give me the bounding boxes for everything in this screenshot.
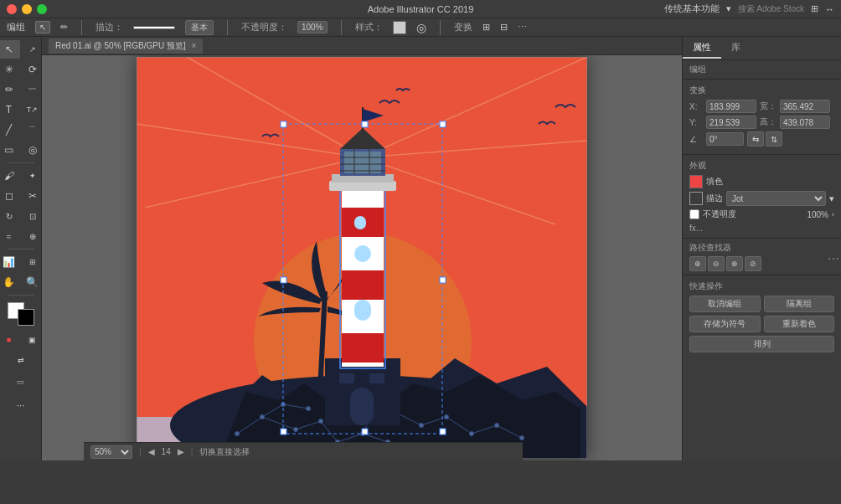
opacity-value[interactable]: 100%: [297, 21, 328, 33]
main-area: ↖ ↗ ✳ ⟳ ✏ 〰 T T↗ ╱ ⌒ ▭ ◎ 🖌 ✦ ◻ ✂: [0, 37, 841, 460]
tab-libraries[interactable]: 库: [721, 38, 751, 59]
direct-select-tool[interactable]: ↗: [22, 40, 43, 59]
align-icon[interactable]: ⊟: [500, 22, 508, 33]
opacity-appearance-value[interactable]: 100%: [807, 210, 828, 219]
transform-icon[interactable]: ⊞: [482, 22, 490, 33]
scissors-tool[interactable]: ✂: [22, 187, 43, 205]
save-symbol-button[interactable]: 存储为符号: [689, 316, 761, 332]
column-graph-tool[interactable]: 📊: [0, 253, 20, 271]
bottom-sep-1: |: [139, 447, 142, 456]
artboard-tool[interactable]: ⊞: [22, 253, 43, 271]
arrange-button[interactable]: 排列: [689, 336, 834, 352]
stroke-appearance-label: 描边: [706, 193, 723, 204]
more-icon[interactable]: ⋯: [518, 22, 527, 33]
more-icon-panel[interactable]: ⋯: [828, 252, 839, 265]
lasso-tool[interactable]: ⟳: [22, 60, 43, 79]
screen-mode-btn[interactable]: ▭: [10, 373, 32, 391]
close-tab-button[interactable]: ×: [192, 41, 197, 50]
flip-h-icon[interactable]: ⇆: [747, 131, 764, 147]
recolor-button[interactable]: 重新着色: [764, 316, 835, 332]
x-label: X:: [689, 102, 703, 111]
fill-row: 填色: [689, 175, 834, 188]
expand-icon[interactable]: ↔: [825, 4, 834, 14]
angle-input[interactable]: [706, 132, 744, 146]
fill-swatch[interactable]: [689, 175, 703, 188]
svg-point-31: [319, 419, 323, 424]
arc-tool[interactable]: ⌒: [22, 121, 43, 139]
gradient-btn[interactable]: ▣: [22, 331, 43, 349]
appearance-title: 外观: [689, 160, 834, 172]
width-tool[interactable]: ⊕: [22, 227, 43, 245]
rect-tools: ▭ ◎: [0, 141, 42, 159]
flip-v-icon[interactable]: ⇅: [766, 131, 782, 147]
opacity-checkbox[interactable]: [689, 209, 699, 219]
close-window-button[interactable]: [7, 4, 17, 14]
eraser-tool[interactable]: ◻: [0, 187, 20, 205]
canvas-area: Red 01.ai @ 50% [RGB/GPU 预览] ×: [42, 37, 682, 460]
paintbrush-tool[interactable]: 🖌: [0, 167, 20, 185]
maximize-window-button[interactable]: [37, 4, 47, 14]
curvature-tool[interactable]: 〰: [22, 80, 43, 99]
pen-icon[interactable]: ✏: [60, 22, 68, 33]
tab-properties[interactable]: 属性: [683, 38, 721, 59]
background-color[interactable]: [18, 309, 34, 326]
nav-next-button[interactable]: ▶: [178, 447, 184, 456]
stroke-swatch[interactable]: [689, 192, 703, 205]
width-label: 宽：: [760, 100, 777, 112]
svg-rect-71: [362, 121, 368, 127]
width-input[interactable]: [780, 100, 830, 113]
swap-colors-btn[interactable]: ⇄: [10, 351, 32, 369]
pf-minus-icon[interactable]: ⊖: [708, 256, 725, 271]
canvas-viewport[interactable]: [42, 55, 682, 460]
color-mode-btn[interactable]: ■: [0, 331, 20, 349]
document-filename: Red 01.ai @ 50% [RGB/GPU 预览]: [55, 41, 186, 50]
x-input[interactable]: [706, 100, 756, 113]
style-label: 样式：: [355, 21, 383, 33]
fx-label[interactable]: fx...: [689, 224, 703, 233]
chevron-opacity-icon: ›: [832, 210, 834, 219]
type-tool[interactable]: T: [0, 100, 20, 119]
isolate-group-button[interactable]: 隔离组: [764, 296, 835, 312]
blob-brush-tool[interactable]: ✦: [22, 167, 43, 185]
artwork-canvas[interactable]: [137, 57, 587, 459]
zoom-tool[interactable]: 🔍: [22, 273, 43, 291]
scale-tool[interactable]: ⊡: [22, 207, 43, 225]
toolbar-tool-selector[interactable]: ↖: [35, 21, 50, 33]
select-tool[interactable]: ↖: [0, 40, 20, 59]
ellipse-tool[interactable]: ◎: [22, 141, 43, 159]
touch-type-tool[interactable]: T↗: [22, 100, 43, 119]
minimize-window-button[interactable]: [22, 4, 32, 14]
pen-tool[interactable]: ✏: [0, 80, 20, 99]
y-input[interactable]: [706, 116, 756, 129]
magic-wand-tool[interactable]: ✳: [0, 60, 20, 79]
arrange-icon[interactable]: ⊞: [811, 3, 818, 14]
line-tool[interactable]: ╱: [0, 121, 20, 139]
nav-prev-button[interactable]: ◀: [148, 447, 155, 456]
pf-unite-icon[interactable]: ⊕: [689, 256, 706, 271]
stroke-select[interactable]: Jot: [726, 191, 826, 206]
chevron-stroke-icon: ▾: [829, 193, 834, 204]
svg-point-30: [294, 428, 298, 432]
document-tab[interactable]: Red 01.ai @ 50% [RGB/GPU 预览] ×: [49, 39, 203, 54]
more-tools-btn[interactable]: ···: [10, 396, 32, 414]
rotate-tool[interactable]: ↻: [0, 207, 20, 225]
height-input[interactable]: [780, 116, 830, 129]
transform-title: 变换: [689, 85, 834, 96]
circle-icon[interactable]: ◎: [416, 21, 426, 34]
menu-item-group[interactable]: 编组: [7, 21, 25, 33]
warp-tool[interactable]: ≈: [0, 227, 20, 245]
panel-more[interactable]: ⋯: [828, 252, 839, 265]
stroke-selector[interactable]: [133, 26, 175, 29]
hand-tool[interactable]: ✋: [0, 273, 20, 291]
ungroup-button[interactable]: 取消编组: [689, 296, 761, 312]
pf-exclude-icon[interactable]: ⊘: [745, 256, 761, 271]
workspace-label[interactable]: 传统基本功能: [664, 3, 720, 15]
zoom-select[interactable]: 50% 100% 200%: [90, 445, 132, 459]
quick-actions-section: 快速操作 取消编组 隔离组 存储为符号 重新着色 排列: [683, 275, 841, 361]
style-swatch[interactable]: [393, 21, 406, 34]
svg-rect-75: [281, 429, 286, 435]
pf-intersect-icon[interactable]: ⊗: [726, 256, 743, 271]
stroke-mode[interactable]: 基本: [185, 20, 214, 35]
rectangle-tool[interactable]: ▭: [0, 141, 20, 159]
y-row: Y: 高：: [689, 116, 834, 129]
